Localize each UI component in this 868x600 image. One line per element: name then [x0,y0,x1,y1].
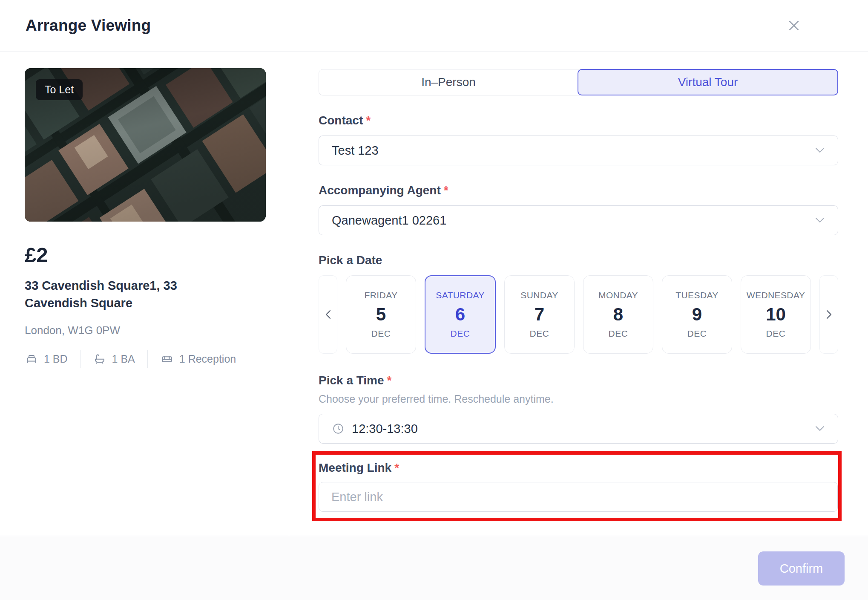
date-label: Pick a Date [319,253,838,268]
property-panel: To Let £2 33 Cavendish Square1, 33 Caven… [0,52,289,536]
property-location: London, W1G 0PW [25,324,265,337]
contact-select[interactable]: Test 123 [319,136,838,165]
arrange-viewing-modal: Arrange Viewing [0,0,868,600]
date-next-button[interactable] [819,275,838,354]
divider [80,350,80,368]
amenities-row: 1 BD 1 BA 1 Reception [25,350,265,368]
booking-form: In–Person Virtual Tour Contact* Test 123… [289,52,868,536]
date-card[interactable]: TUESDAY 9 DEC [662,275,732,354]
amenity-bedrooms: 1 BD [25,352,68,366]
agent-label: Accompanying Agent* [319,183,838,198]
bed-icon [25,352,38,366]
meeting-link-label: Meeting Link* [319,461,838,475]
agent-value: Qanewagent1 02261 [332,213,446,228]
amenity-label: 1 BD [44,353,68,365]
property-address: 33 Cavendish Square1, 33 Cavendish Squar… [25,277,225,312]
time-value: 12:30-13:30 [352,422,418,436]
divider [147,350,148,368]
date-card[interactable]: SUNDAY 7 DEC [504,275,575,354]
bath-icon [93,352,106,366]
property-photo: To Let [25,68,266,222]
required-asterisk: * [444,184,448,197]
amenity-label: 1 Reception [179,353,236,365]
chevron-down-icon [815,147,825,154]
chevron-left-icon [325,309,331,320]
contact-label: Contact* [319,113,838,128]
date-card[interactable]: MONDAY 8 DEC [583,275,653,354]
close-icon [787,18,801,33]
date-card[interactable]: FRIDAY 5 DEC [346,275,416,354]
amenity-bathrooms: 1 BA [93,352,135,366]
close-button[interactable] [784,15,804,36]
viewing-type-tabs: In–Person Virtual Tour [319,69,838,95]
chevron-right-icon [826,309,832,320]
reception-icon [160,352,174,366]
date-carousel: FRIDAY 5 DEC SATURDAY 6 DEC SUNDAY 7 DEC… [319,275,838,354]
page-title: Arrange Viewing [26,17,151,35]
tab-in-person[interactable]: In–Person [319,69,578,95]
property-price: £2 [25,243,265,267]
contact-value: Test 123 [332,144,379,158]
agent-select[interactable]: Qanewagent1 02261 [319,205,838,235]
time-label: Pick a Time* [319,373,838,388]
amenity-label: 1 BA [112,353,135,365]
chevron-down-icon [815,425,825,432]
amenity-reception: 1 Reception [160,352,236,366]
meeting-link-input[interactable] [319,482,838,512]
date-prev-button[interactable] [319,275,337,354]
modal-footer: Confirm [0,536,868,600]
time-helper-text: Choose your preferred time. Reschedule a… [319,393,838,405]
time-select[interactable]: 12:30-13:30 [319,414,838,444]
date-card[interactable]: SATURDAY 6 DEC [425,275,496,354]
required-asterisk: * [366,114,371,127]
confirm-button[interactable]: Confirm [758,551,845,586]
required-asterisk: * [387,374,392,387]
tab-virtual-tour[interactable]: Virtual Tour [578,69,838,95]
annotation-highlight: Meeting Link* [312,451,842,521]
chevron-down-icon [815,217,825,224]
clock-icon [332,422,345,435]
required-asterisk: * [394,461,399,474]
modal-header: Arrange Viewing [0,0,868,52]
status-badge: To Let [36,79,83,100]
date-card[interactable]: WEDNESDAY 10 DEC [741,275,811,354]
